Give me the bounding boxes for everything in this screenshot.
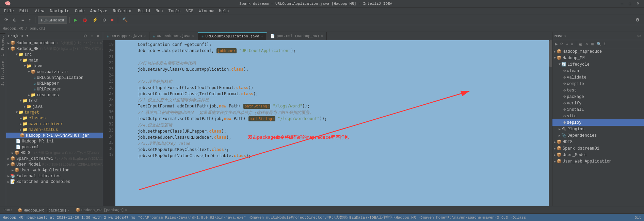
sidebar-item-url-reducer[interactable]: ☕ URLReducer: [6, 86, 103, 92]
tree-arrow[interactable]: ▼: [20, 58, 22, 62]
maven-item-verify[interactable]: ⚙ verify: [552, 100, 644, 106]
maven-item-deploy[interactable]: ⚙ deploy: [552, 119, 644, 126]
menu-item-view[interactable]: View: [32, 8, 47, 14]
sidebar-item-url-count[interactable]: ☕ URLCountApplication: [6, 75, 103, 81]
maximize-button[interactable]: □: [627, 0, 633, 7]
minimize-button[interactable]: ─: [619, 0, 625, 7]
maven-collapse-btn[interactable]: ≡: [570, 41, 574, 47]
tab-close-btn[interactable]: ✕: [321, 34, 323, 38]
maven-item-hadoop-mapreduce[interactable]: ▶ 📦 Hadoop_mapreduce: [552, 48, 644, 55]
profile-button[interactable]: ⊙: [101, 16, 108, 23]
tab-url-mapper[interactable]: ☕ URLMapper.java ✕: [103, 32, 149, 40]
tab-url-count[interactable]: ☕ URLCountApplication.java ✕: [198, 32, 267, 40]
run-tab-1[interactable]: 📦 Hadoop_MR [package] ✕: [15, 207, 72, 213]
tree-arrow[interactable]: ▶: [7, 174, 10, 178]
sidebar-item-resources[interactable]: ▶ 📁 resources: [6, 92, 103, 98]
coverage-button[interactable]: ⚡: [91, 16, 99, 23]
tree-arrow[interactable]: ▶: [7, 180, 10, 184]
maven-add-btn[interactable]: +: [565, 41, 569, 47]
tab-close-btn[interactable]: ✕: [144, 34, 146, 38]
tab-close-btn[interactable]: ✕: [192, 34, 194, 38]
sidebar-close-btn[interactable]: ✕: [95, 33, 101, 39]
tree-arrow[interactable]: ▼: [28, 70, 30, 74]
maven-item-hadoop-mr[interactable]: ▼ 📦 Hadoop_MR: [552, 55, 644, 61]
tree-arrow[interactable]: ▶: [7, 157, 10, 161]
sidebar-item-jar[interactable]: 📦 Hadoop_MR-1.0-SNAPSHOT.jar: [6, 133, 103, 138]
maven-item-lifecycle[interactable]: ▼ 🔄 Lifecycle: [552, 61, 644, 68]
menu-item-edit[interactable]: Edit: [17, 8, 32, 14]
sidebar-item-java[interactable]: ▼ 📂 java: [6, 63, 103, 69]
menu-item-run[interactable]: Run: [153, 8, 166, 14]
toolbar-btn-1[interactable]: ⟳: [3, 16, 10, 23]
sidebar-item-user-model[interactable]: ▶ 📦 User_Model F:\大数据(BigData)\IDEA工作空间\…: [6, 162, 103, 167]
maven-item-install[interactable]: ⚙ install: [552, 106, 644, 113]
toolbar-btn-3[interactable]: ≡: [20, 16, 26, 23]
sidebar-item-maven-status[interactable]: ▶ 📁 maven-status: [6, 127, 103, 133]
menu-item-build[interactable]: Build: [135, 8, 153, 14]
menu-item-tools[interactable]: Tools: [166, 8, 183, 14]
tab-pom[interactable]: 📄 pom.xml (Hadoop_MR) ✕: [267, 32, 327, 40]
tree-arrow[interactable]: ▼: [16, 111, 18, 114]
sidebar-item-spark[interactable]: ▶ 📦 Spark_dstream01 F:\大数据(BigData)\IDEA…: [6, 156, 103, 162]
run-config-selector[interactable]: HDFSFileTest: [38, 16, 67, 24]
sidebar-item-hadoop-mr[interactable]: ▼ 📦 Hadoop_MR F:\大数据(BigData)\IDEA工作空间\H…: [6, 46, 103, 52]
stop-button[interactable]: ■: [109, 16, 115, 23]
menu-item-navigate[interactable]: Navigate: [47, 8, 72, 14]
tree-arrow[interactable]: ▼: [7, 47, 10, 51]
menu-item-refactor[interactable]: Refactor: [110, 8, 135, 14]
maven-skip-tests-btn[interactable]: ✕: [584, 41, 589, 47]
maven-search-btn[interactable]: 🔍: [596, 41, 602, 47]
sidebar-item-ext-libs[interactable]: ▶ 📚 External Libraries: [6, 173, 103, 179]
sidebar-item-hdfs[interactable]: ▶ 📦 HDFS F:\大数据(BigData)\IDEA工作空间\HDFS: [6, 150, 103, 156]
maven-item-compile[interactable]: ⚙ compile: [552, 81, 644, 87]
tree-arrow[interactable]: ▶: [28, 93, 30, 97]
sidebar-item-pom-xml[interactable]: 📄 pom.xml: [6, 144, 103, 150]
run-tab-close[interactable]: ✕: [67, 208, 69, 213]
app-menu[interactable]: 🧠: [3, 0, 13, 7]
maven-m-btn[interactable]: m: [578, 41, 583, 47]
tree-arrow[interactable]: ▶: [12, 168, 14, 172]
maven-item-site[interactable]: ⚙ site: [552, 113, 644, 119]
run-tab-close[interactable]: ✕: [125, 208, 127, 212]
sidebar-item-url-mapper[interactable]: ☕ URLMapper: [6, 81, 103, 86]
run-button[interactable]: ▶: [72, 16, 79, 23]
maven-item-test[interactable]: ⚙ test: [552, 87, 644, 94]
sidebar-item-src[interactable]: ▼ 📁 src: [6, 52, 103, 57]
project-side-tab[interactable]: 1: Project: [0, 33, 5, 58]
sidebar-item-test[interactable]: ▼ 📁 test: [6, 98, 103, 104]
sidebar-item-scratches[interactable]: ▶ 📝 Scratches and Consoles: [6, 179, 103, 185]
sidebar-item-target[interactable]: ▼ 📁 target: [6, 109, 103, 115]
tree-arrow[interactable]: ▼: [20, 99, 22, 103]
maven-item-user-model[interactable]: ▶ 📦 User_Model: [552, 152, 644, 158]
vertical-scrollbar[interactable]: [549, 40, 552, 206]
sidebar-item-maven-archiver[interactable]: ▶ 📁 maven-archiver: [6, 121, 103, 127]
debug-button[interactable]: 🐞: [80, 16, 89, 23]
tree-arrow[interactable]: ▶: [7, 163, 10, 167]
sidebar-item-user-web[interactable]: ▶ 📦 User_Web_Application: [6, 167, 103, 173]
maven-item-spark-dstream[interactable]: ▶ 📦 Spark_dstream01: [552, 145, 644, 152]
sidebar-settings-btn[interactable]: ⚙: [82, 33, 88, 39]
menu-item-window[interactable]: Window: [196, 8, 216, 14]
toolbar-btn-4[interactable]: ↑: [27, 16, 33, 23]
tree-arrow[interactable]: ▼: [16, 53, 18, 56]
sidebar-item-hadoop-mr-iml[interactable]: 📄 Hadoop_MR.iml: [6, 138, 103, 144]
maven-item-package[interactable]: ⚙ package: [552, 94, 644, 100]
tree-arrow[interactable]: ▶: [24, 105, 26, 109]
window-controls[interactable]: ─ □ ✕: [619, 0, 641, 7]
tree-arrow[interactable]: ▶: [20, 116, 22, 120]
build-button[interactable]: 🔨: [120, 16, 129, 23]
sidebar-item-test-java[interactable]: ▶ 📂 java: [6, 104, 103, 109]
menu-item-analyze[interactable]: Analyze: [87, 8, 110, 14]
maven-info-btn[interactable]: ℹ: [603, 41, 607, 47]
maven-item-hdfs[interactable]: ▶ 📦 HDFS: [552, 139, 644, 145]
sidebar-item-classes[interactable]: ▶ 📁 classes: [6, 115, 103, 121]
maven-item-validate[interactable]: ⚙ validate: [552, 74, 644, 81]
tree-arrow[interactable]: ▶: [20, 122, 22, 126]
menu-item-code[interactable]: Code: [72, 8, 87, 14]
maven-refresh-btn[interactable]: ⟳: [559, 41, 564, 47]
sidebar-expand-btn[interactable]: ≡: [90, 33, 94, 39]
code-area[interactable]: Configuration conf =getConf(); Job job =…: [115, 40, 549, 206]
tab-url-reducer[interactable]: ☕ URLReducer.java ✕: [149, 32, 198, 40]
tab-close-btn[interactable]: ✕: [261, 34, 263, 38]
tree-arrow[interactable]: ▶: [7, 41, 10, 45]
